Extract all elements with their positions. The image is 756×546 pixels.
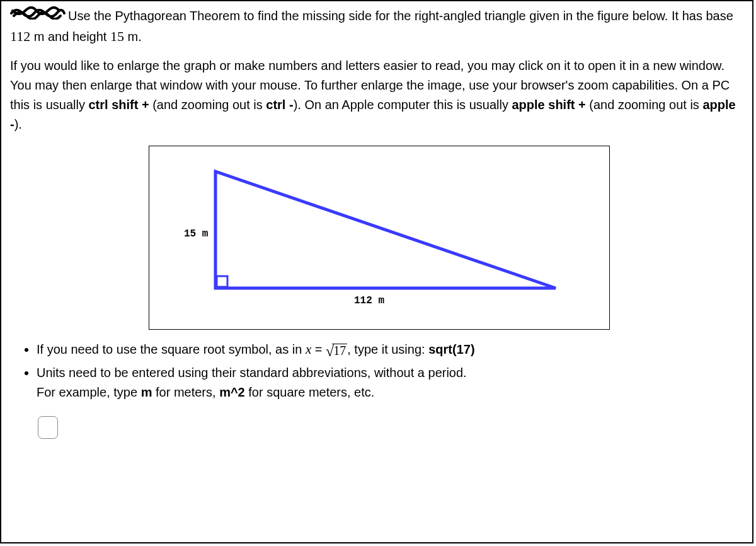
base-value: 112	[10, 28, 30, 44]
hint2b-e: for square meters, etc.	[245, 385, 375, 399]
hint1-text-a: If you need to use the square root symbo…	[37, 342, 306, 356]
triangle-icon	[209, 165, 568, 298]
enlarge-instructions: If you would like to enlarge the graph o…	[10, 56, 743, 134]
kbd-zoom-out-pc: ctrl -	[266, 98, 293, 112]
intro-text-c: m.	[124, 30, 142, 44]
svg-marker-0	[215, 171, 556, 288]
hint1-rad-val: 17	[332, 344, 347, 357]
kbd-zoom-in-mac: apple shift +	[512, 98, 585, 112]
figure-height-label: 15 m	[184, 228, 208, 240]
hint2b-c: for meters,	[152, 385, 219, 399]
problem-container: Use the Pythagorean Theorem to find the …	[0, 0, 753, 543]
kbd-zoom-in-pc: ctrl shift +	[89, 98, 149, 112]
figure-base-label: 112 m	[354, 295, 384, 306]
svg-rect-1	[217, 276, 227, 287]
hint2-text: Units need to be entered using their sta…	[37, 366, 467, 380]
problem-statement: Use the Pythagorean Theorem to find the …	[10, 6, 743, 47]
redacted-scribble-icon	[10, 6, 66, 25]
enlarge-text-4: (and zooming out is	[586, 98, 703, 112]
hint1-text-b: , type it using:	[347, 342, 428, 356]
hint1-code: sqrt(17)	[428, 342, 474, 356]
hint1-var-x: x	[306, 342, 311, 357]
hint2b-m: m	[141, 385, 152, 399]
sqrt-icon: √17	[326, 340, 347, 363]
enlarge-text-3: ). On an Apple computer this is usually	[294, 98, 512, 112]
hint2b-m2: m^2	[219, 385, 245, 399]
enlarge-text-5: ).	[14, 117, 22, 131]
hint-units: Units need to be entered using their sta…	[37, 363, 743, 402]
triangle-figure[interactable]: 15 m 112 m	[149, 146, 610, 330]
hints-list: If you need to use the square root symbo…	[16, 339, 743, 402]
intro-text-b: m and height	[30, 30, 110, 44]
hint-sqrt: If you need to use the square root symbo…	[37, 339, 743, 362]
figure-wrap: 15 m 112 m	[149, 146, 743, 330]
hint1-eq: =	[311, 342, 326, 356]
intro-text-a: Use the Pythagorean Theorem to find the …	[68, 9, 733, 23]
answer-input[interactable]	[38, 416, 58, 439]
enlarge-text-2: (and zooming out is	[149, 98, 266, 112]
height-value: 15	[110, 28, 124, 44]
hint2b-a: For example, type	[37, 385, 141, 399]
